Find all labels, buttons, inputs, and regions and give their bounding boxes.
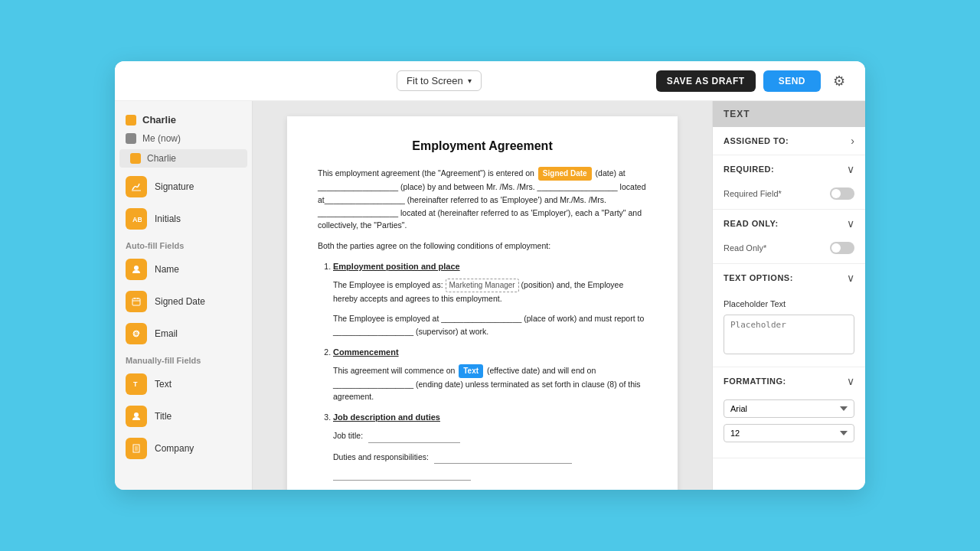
autofill-section-label: Auto-fill Fields bbox=[115, 235, 252, 253]
main-layout: Charlie Me (now) Charlie bbox=[115, 101, 865, 490]
initials-icon: AB bbox=[126, 208, 147, 230]
required-chevron-icon: ∨ bbox=[847, 163, 854, 175]
placeholder-textarea[interactable] bbox=[724, 315, 854, 354]
assigned-to-chevron-icon: › bbox=[851, 135, 854, 147]
fit-to-screen-label: Fit to Screen bbox=[407, 75, 463, 86]
me-label: Me (now) bbox=[142, 133, 181, 144]
initials-label: Initials bbox=[155, 214, 181, 224]
placeholder-text-label: Placeholder Text bbox=[724, 299, 786, 308]
read-only-field-label: Read Only* bbox=[724, 243, 766, 253]
section2-para: This agreement will commence on Text (ef… bbox=[333, 364, 647, 404]
sidebar-initials-item[interactable]: AB Initials bbox=[115, 203, 252, 235]
sidebar-charlie-sub[interactable]: Charlie bbox=[119, 149, 247, 168]
section2-header: Commencement bbox=[333, 346, 647, 360]
fit-to-screen-button[interactable]: Fit to Screen ▾ bbox=[397, 70, 482, 91]
text-field-icon: T bbox=[126, 373, 147, 395]
name-field-icon bbox=[126, 259, 147, 280]
chevron-down-icon: ▾ bbox=[468, 77, 472, 85]
panel-header: TEXT bbox=[713, 101, 865, 127]
read-only-content: Read Only* bbox=[713, 237, 865, 263]
sidebar-name-item[interactable]: Name bbox=[115, 253, 252, 285]
document-area: Employment Agreement This employment agr… bbox=[253, 101, 712, 490]
manual-section-label: Manually-fill Fields bbox=[115, 350, 252, 368]
panel-assigned-to-header[interactable]: ASSIGNED TO: › bbox=[713, 127, 865, 155]
marketing-manager-tag[interactable]: Marketing Manager bbox=[446, 279, 519, 292]
save-draft-button[interactable]: SAVE AS DRAFT bbox=[656, 70, 756, 92]
panel-required-section: REQUIRED: ∨ Required Field* bbox=[713, 155, 865, 210]
sidebar-me-item[interactable]: Me (now) bbox=[115, 129, 252, 148]
panel-formatting-header[interactable]: FORMATTING: ∨ bbox=[713, 367, 865, 395]
name-label: Name bbox=[155, 264, 179, 275]
title-label: Title bbox=[155, 411, 172, 422]
sidebar-company-item[interactable]: Company bbox=[115, 432, 252, 465]
assigned-to-title: ASSIGNED TO: bbox=[724, 136, 789, 145]
sidebar-text-item[interactable]: T Text bbox=[115, 368, 252, 400]
font-size-select[interactable]: 12 bbox=[724, 424, 854, 442]
doc-section3: Job description and duties Job title: Du… bbox=[333, 411, 647, 481]
job-title-underline bbox=[368, 429, 460, 443]
panel-text-options-section: TEXT OPTIONS: ∨ Placeholder Text bbox=[713, 264, 865, 367]
send-button[interactable]: SEND bbox=[763, 70, 821, 92]
svg-text:T: T bbox=[133, 380, 138, 388]
gear-icon[interactable]: ⚙ bbox=[828, 70, 850, 92]
sidebar-signed-date-item[interactable]: Signed Date bbox=[115, 285, 252, 318]
doc-para1-rest: (date) at __________________ (place) by … bbox=[318, 168, 645, 230]
charlie-color-dot bbox=[126, 115, 136, 126]
sidebar-title-item[interactable]: Title bbox=[115, 400, 252, 432]
doc-body: This employment agreement (the "Agreemen… bbox=[318, 167, 647, 481]
formatting-title: FORMATTING: bbox=[724, 377, 786, 386]
text-tag[interactable]: Text bbox=[459, 364, 483, 378]
company-label: Company bbox=[155, 443, 194, 454]
doc-section1: Employment position and place The Employ… bbox=[333, 260, 647, 338]
sidebar-user-charlie-header[interactable]: Charlie bbox=[115, 110, 252, 129]
duties-label: Duties and responsibilities: bbox=[333, 452, 429, 461]
doc-intro-para: This employment agreement (the "Agreemen… bbox=[318, 167, 647, 232]
section1-para2: The Employee is employed at ____________… bbox=[333, 312, 647, 338]
job-title-label: Job title: bbox=[333, 431, 363, 440]
svg-rect-3 bbox=[132, 298, 140, 305]
required-toggle[interactable] bbox=[830, 187, 854, 200]
job-title-line: Job title: bbox=[333, 429, 647, 443]
doc-section2: Commencement This agreement will commenc… bbox=[333, 346, 647, 403]
sidebar: Charlie Me (now) Charlie bbox=[115, 101, 253, 490]
text-options-chevron-icon: ∨ bbox=[847, 272, 854, 284]
required-title: REQUIRED: bbox=[724, 165, 774, 174]
read-only-toggle[interactable] bbox=[830, 242, 854, 254]
svg-text:AB: AB bbox=[132, 216, 142, 223]
signed-date-tag[interactable]: Signed Date bbox=[538, 167, 592, 181]
app-container: Fit to Screen ▾ SAVE AS DRAFT SEND ⚙ Cha… bbox=[115, 61, 865, 490]
section1-para1: The Employee is employed as: Marketing M… bbox=[333, 279, 647, 305]
signature-label: Signature bbox=[155, 181, 194, 192]
panel-read-only-header[interactable]: READ ONLY: ∨ bbox=[713, 210, 865, 237]
section1-header: Employment position and place bbox=[333, 260, 647, 274]
company-field-icon bbox=[126, 438, 147, 459]
font-select[interactable]: Arial bbox=[724, 399, 854, 418]
required-field-label: Required Field* bbox=[724, 189, 782, 198]
signed-date-icon bbox=[126, 291, 147, 312]
formatting-chevron-icon: ∨ bbox=[847, 375, 854, 387]
header: Fit to Screen ▾ SAVE AS DRAFT SEND ⚙ bbox=[115, 61, 865, 101]
read-only-chevron-icon: ∨ bbox=[847, 217, 854, 230]
panel-text-options-header[interactable]: TEXT OPTIONS: ∨ bbox=[713, 264, 865, 292]
charlie-sub-label: Charlie bbox=[147, 153, 176, 164]
panel-read-only-section: READ ONLY: ∨ Read Only* bbox=[713, 210, 865, 264]
sidebar-email-item[interactable]: @ Email bbox=[115, 318, 252, 350]
read-only-toggle-row: Read Only* bbox=[724, 242, 854, 254]
charlie-sub-dot bbox=[130, 153, 141, 164]
required-toggle-row: Required Field* bbox=[724, 187, 854, 200]
charlie-name: Charlie bbox=[142, 114, 176, 126]
doc-sections-list: Employment position and place The Employ… bbox=[318, 260, 647, 481]
doc-title: Employment Agreement bbox=[318, 139, 647, 153]
me-color-dot bbox=[126, 133, 136, 144]
document-paper: Employment Agreement This employment agr… bbox=[287, 116, 678, 490]
duties-line: Duties and responsibilities: bbox=[333, 451, 647, 481]
sidebar-signature-item[interactable]: Signature bbox=[115, 171, 252, 203]
doc-para2: Both the parties agree on the following … bbox=[318, 240, 647, 253]
svg-point-10 bbox=[134, 412, 139, 417]
title-field-icon bbox=[126, 406, 147, 427]
section1-para1-start: The Employee is employed as: bbox=[333, 280, 443, 289]
panel-required-header[interactable]: REQUIRED: ∨ bbox=[713, 155, 865, 183]
read-only-title: READ ONLY: bbox=[724, 219, 779, 228]
required-content: Required Field* bbox=[713, 183, 865, 209]
section2-para-start: This agreement will commence on bbox=[333, 366, 455, 375]
